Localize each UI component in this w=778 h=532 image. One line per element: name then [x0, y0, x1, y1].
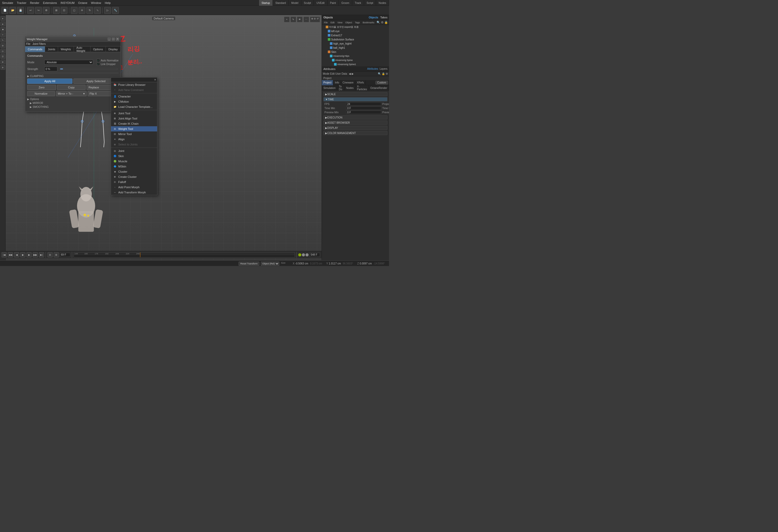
timeline-step-back-btn[interactable]: ◀	[14, 252, 19, 257]
wm-tab-weights[interactable]: Weights	[58, 47, 74, 52]
wm-tab-commands[interactable]: Commands	[25, 47, 45, 52]
timeline-key-btn[interactable]: ⊞	[54, 252, 59, 257]
save-btn[interactable]: 💾	[17, 7, 24, 14]
ctx-load-template[interactable]: 📁 Load Character Template...	[111, 104, 157, 109]
wm-maximize-btn[interactable]: □	[112, 37, 115, 41]
sidebar-icon-7[interactable]: ◎	[1, 49, 5, 54]
viewport[interactable]: Default Camera + ✎ 👁 ⋯ ⊕ ⊖ ↺	[6, 15, 322, 260]
ctx-align[interactable]: ≡ Align	[111, 137, 157, 142]
obj-item-spine[interactable]: mixamorig:Spine	[322, 58, 389, 62]
wm-zero-btn[interactable]: Zero	[27, 85, 56, 90]
vp-extra-btn[interactable]: ⋯	[303, 17, 309, 22]
wm-clamping[interactable]: ▶ CLAMPING	[27, 75, 119, 78]
menu-extensions[interactable]: Extensions	[43, 1, 57, 4]
tab-track[interactable]: Track	[352, 0, 364, 6]
attr-display-header[interactable]: ▶ DISPLAY	[323, 126, 387, 130]
proj-tab-simulation[interactable]: Simulation	[322, 85, 337, 90]
tab-startup[interactable]: Startup	[259, 0, 273, 6]
objects-tab-btn[interactable]: Objects	[369, 16, 378, 19]
attr-settings-icon[interactable]: ⚙	[386, 72, 388, 75]
timeline-track[interactable]: 144 160 176 192 208 224 240	[74, 252, 295, 257]
settings-btn[interactable]: ⚙	[43, 7, 50, 14]
obj-bookmarks-btn[interactable]: Bookmarks	[362, 21, 375, 24]
wm-auto-normalize-check[interactable]: ✓	[97, 59, 100, 62]
attr-lock-icon[interactable]: 🔒	[382, 72, 385, 75]
obj-item-main[interactable]: 마야올 포우만 export용 최종	[322, 25, 389, 29]
wm-mirror-option[interactable]: ▶ MIRROR	[30, 102, 119, 104]
ctx-mirror-tool[interactable]: ⊟ Mirror Tool	[111, 131, 157, 137]
takes-tab-btn[interactable]: Takes	[380, 16, 387, 19]
sidebar-icon-6[interactable]: ⚙	[1, 43, 5, 48]
vp-create-btn[interactable]: +	[284, 17, 290, 22]
attr-menu-user-data[interactable]: User Data	[335, 72, 347, 75]
attr-asset-header[interactable]: ▶ ASSET BROWSER	[323, 120, 387, 125]
tab-paint[interactable]: Paint	[327, 0, 339, 6]
ctx-create-cluster[interactable]: ⊛ Create Cluster	[111, 174, 157, 179]
wm-tab-auto-weight[interactable]: Auto Weight	[74, 47, 90, 52]
tab-uvedit[interactable]: UVEdit	[314, 0, 327, 6]
timeline-play-btn[interactable]: ▶	[20, 252, 25, 257]
attr-time-header[interactable]: ▼ TIME	[323, 97, 387, 101]
object-rel-select[interactable]: Object (Rel)	[261, 262, 279, 266]
attr-nav-back[interactable]: ◀	[349, 72, 351, 75]
attr-menu-mode[interactable]: Mode	[323, 72, 329, 75]
ctx-create-ik[interactable]: ⛓ Create IK Chain	[111, 121, 157, 126]
open-btn[interactable]: 📂	[9, 7, 16, 14]
menu-window[interactable]: Window	[91, 1, 101, 4]
obj-view-btn[interactable]: View	[336, 21, 343, 24]
proj-tab-xparticles[interactable]: X-Particles	[356, 85, 369, 90]
obj-filter-icon[interactable]: ⚙	[381, 21, 384, 24]
proj-tab-info[interactable]: Info	[333, 80, 341, 85]
sidebar-icon-8[interactable]: ☰	[1, 54, 5, 59]
proj-tab-octane[interactable]: OctaneRender	[369, 85, 389, 90]
obj-lock-icon[interactable]: 🔒	[384, 21, 388, 24]
obj-search-icon[interactable]: 🔍	[377, 21, 380, 24]
wm-menu-joint-filters[interactable]: Joint Filters	[32, 42, 46, 46]
proj-tab-nodes[interactable]: Nodes	[345, 85, 356, 90]
wm-smoothing-option[interactable]: ▶ SMOOTHING	[30, 105, 119, 108]
tl-green-dot[interactable]	[298, 253, 301, 256]
wm-menu-file[interactable]: File	[26, 42, 30, 46]
proj-tab-project[interactable]: Project	[322, 80, 333, 85]
ctx-add-transform-morph[interactable]: ↔ Add Transform Morph	[111, 190, 157, 195]
render-btn[interactable]: ▷	[104, 7, 111, 14]
obj-file-btn[interactable]: File	[323, 21, 329, 24]
ctx-falloff[interactable]: ⊙ Falloff	[111, 179, 157, 185]
timeline-mode-btn[interactable]: ⊟	[48, 252, 53, 257]
attr-time-min-input[interactable]	[346, 106, 381, 110]
wm-mirror-select[interactable]: Mirror + To - ▾	[56, 91, 87, 96]
vp-view-btn[interactable]: 👁	[297, 17, 303, 22]
wm-tab-joints[interactable]: Joints	[45, 47, 58, 52]
ctx-add-point-morph[interactable]: ◦ Add Point Morph	[111, 185, 157, 190]
attr-tab-layers[interactable]: Layers	[380, 67, 387, 70]
snap-btn[interactable]: ⊡	[61, 7, 67, 14]
attr-fps-input[interactable]	[346, 102, 381, 106]
attr-menu-edit[interactable]: Edit	[330, 72, 334, 75]
attr-search-icon[interactable]: 🔍	[378, 72, 381, 75]
timeline-step-fwd-btn[interactable]: ▶	[26, 252, 32, 257]
menu-octane[interactable]: Octane	[78, 1, 87, 4]
coord-x-val[interactable]: -0.5063 cm	[295, 262, 308, 265]
obj-item-eye-high[interactable]: high_eye_high4	[322, 41, 389, 46]
attr-preview-min-input[interactable]	[346, 110, 381, 114]
obj-item-spine1[interactable]: mixamorig:Spine1	[322, 62, 389, 66]
reset-transform-btn[interactable]: Reset Transform	[239, 262, 259, 266]
coord-y-val[interactable]: 1.0117 cm	[329, 262, 341, 265]
sidebar-icon-1[interactable]: ●	[1, 16, 5, 21]
sidebar-icon-3[interactable]: ◆	[1, 27, 5, 32]
wm-mode-select[interactable]: Absolute	[44, 60, 93, 65]
wm-link-dropper-check[interactable]: ✓	[97, 63, 100, 66]
move-btn[interactable]: ✛	[79, 7, 85, 14]
ctx-joint-align[interactable]: ⊞ Joint Align Tool	[111, 116, 157, 121]
obj-item-hips[interactable]: mixamorig:Hips	[322, 54, 389, 58]
ctx-cluster[interactable]: ◈ Cluster	[111, 169, 157, 174]
timeline-playhead[interactable]	[140, 253, 140, 257]
sidebar-icon-2[interactable]: ▲	[1, 21, 5, 26]
tl-gray-dot2[interactable]	[306, 253, 309, 256]
wm-apply-all-btn[interactable]: Apply All	[27, 79, 72, 84]
ctx-muscle[interactable]: 🟢 Muscle	[111, 159, 157, 164]
ctx-cmotion[interactable]: ▶ CMotion	[111, 99, 157, 104]
timeline-end-btn[interactable]: ▶|	[39, 252, 44, 257]
wm-strength-input[interactable]	[44, 67, 57, 71]
sidebar-icon-5[interactable]: ✎	[1, 38, 5, 42]
